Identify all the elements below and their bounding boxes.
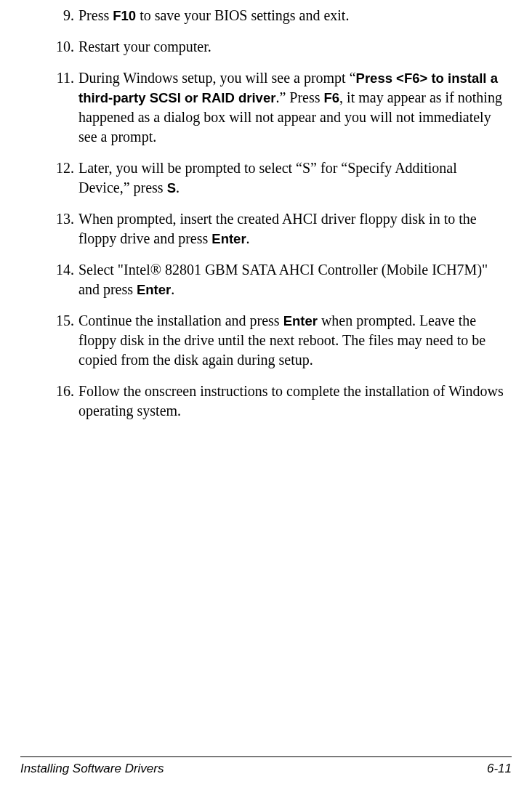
step-number: 16.: [48, 382, 74, 401]
step-text: During Windows setup, you will see a pro…: [78, 70, 356, 86]
key-f10: F10: [113, 8, 136, 23]
step-text: When prompted, insert the created AHCI d…: [78, 211, 477, 246]
step-text: .” Press: [275, 89, 323, 105]
step-text: .: [246, 230, 250, 246]
footer-page-number: 6-11: [487, 762, 512, 776]
key-f6: F6: [324, 90, 340, 105]
step-number: 15.: [48, 311, 74, 331]
step-text: Press: [78, 7, 113, 23]
step-text: Later, you will be prompted to select “S…: [78, 160, 457, 195]
key-s: S: [167, 180, 176, 195]
instruction-list: 9. Press F10 to save your BIOS settings …: [20, 6, 512, 421]
step-text: Continue the installation and press: [78, 312, 283, 328]
key-enter: Enter: [283, 313, 318, 328]
step-15: 15. Continue the installation and press …: [57, 311, 510, 370]
step-11: 11. During Windows setup, you will see a…: [57, 68, 510, 147]
step-text: to save your BIOS settings and exit.: [136, 7, 349, 23]
step-10: 10. Restart your computer.: [57, 37, 510, 57]
step-number: 11.: [48, 68, 74, 88]
step-text: .: [176, 179, 180, 195]
step-number: 14.: [48, 260, 74, 280]
step-text: Restart your computer.: [78, 39, 211, 55]
step-14: 14. Select "Intel® 82801 GBM SATA AHCI C…: [57, 260, 510, 299]
step-9: 9. Press F10 to save your BIOS settings …: [57, 6, 510, 25]
key-enter: Enter: [137, 282, 171, 297]
step-12: 12. Later, you will be prompted to selec…: [57, 158, 510, 198]
step-16: 16. Follow the onscreen instructions to …: [57, 382, 510, 421]
step-text: .: [171, 281, 174, 297]
footer-title: Installing Software Drivers: [20, 762, 164, 776]
step-13: 13. When prompted, insert the created AH…: [57, 209, 510, 249]
step-number: 9.: [52, 6, 74, 25]
step-number: 12.: [48, 158, 74, 178]
step-text: Follow the onscreen instructions to comp…: [78, 383, 504, 419]
key-enter: Enter: [211, 231, 246, 246]
step-number: 10.: [48, 37, 74, 57]
page-footer: Installing Software Drivers 6-11: [20, 756, 512, 776]
step-number: 13.: [48, 209, 74, 229]
